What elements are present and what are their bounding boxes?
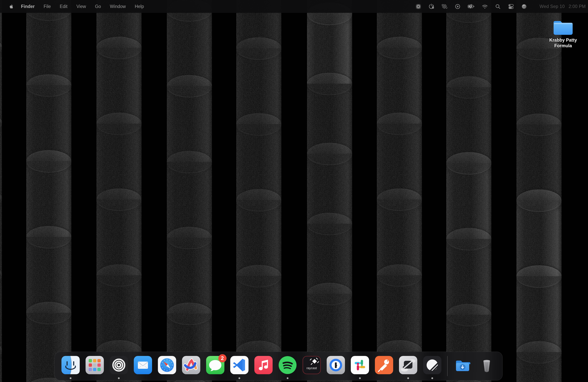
wallpaper-cylinder-column bbox=[446, 0, 491, 382]
vscode-app-icon bbox=[230, 356, 249, 374]
menu-bar: FinderFileEditViewGoWindowHelp Wed Sep 1… bbox=[0, 0, 588, 13]
dock-item-finder[interactable] bbox=[59, 352, 83, 380]
desktop-folder-label: Krabby Patty Formula bbox=[545, 37, 582, 49]
desktop-folder-krabby-patty-formula[interactable]: Krabby Patty Formula bbox=[544, 18, 583, 49]
wallpaper-cylinder-column bbox=[167, 0, 212, 382]
dock-item-trash[interactable] bbox=[475, 352, 499, 380]
finder-app-icon bbox=[62, 356, 80, 374]
striped-slash-menu-icon[interactable] bbox=[441, 3, 448, 9]
menu-window[interactable]: Window bbox=[110, 4, 126, 9]
slack-app-icon bbox=[351, 356, 369, 374]
messages-app-icon: 2 bbox=[206, 356, 224, 374]
wallpaper-cylinder-column bbox=[516, 0, 562, 382]
notification-badge: 2 bbox=[218, 354, 227, 362]
dock-item-onepassword[interactable] bbox=[324, 352, 348, 380]
menu-bar-status-area: Wed Sep 10 2:00 PM bbox=[415, 3, 586, 10]
now-playing-menu-icon[interactable] bbox=[455, 3, 461, 10]
running-indicator bbox=[431, 377, 433, 379]
dock-item-linear[interactable] bbox=[420, 352, 444, 380]
launchpad-app-icon bbox=[85, 356, 104, 374]
running-indicator bbox=[238, 377, 240, 379]
menu-help[interactable]: Help bbox=[135, 4, 144, 9]
dock-item-messages[interactable]: 2 bbox=[203, 352, 227, 380]
wallpaper-cylinder-column bbox=[96, 0, 142, 382]
clock-time: 2:00 PM bbox=[568, 4, 586, 9]
dock-item-downloads[interactable] bbox=[451, 352, 475, 380]
spotify-app-icon bbox=[278, 356, 297, 374]
dock-item-spotify[interactable] bbox=[275, 352, 300, 380]
dock-item-music[interactable] bbox=[252, 352, 275, 380]
wallpaper-cylinder-column bbox=[236, 0, 281, 382]
menu-finder[interactable]: Finder bbox=[21, 4, 35, 9]
running-indicator bbox=[118, 377, 120, 379]
dock-item-slack[interactable] bbox=[348, 352, 372, 380]
menu-bar-clock[interactable]: Wed Sep 10 2:00 PM bbox=[540, 4, 586, 9]
wifi-menu-icon[interactable] bbox=[482, 3, 488, 10]
desktop-wallpaper bbox=[0, 0, 588, 382]
menu-edit[interactable]: Edit bbox=[60, 4, 67, 9]
music-app-icon bbox=[254, 356, 273, 374]
dock-item-postman[interactable] bbox=[372, 352, 396, 380]
arc-app-icon bbox=[182, 356, 200, 374]
clock-date: Wed Sep 10 bbox=[540, 4, 565, 9]
wallpaper-cylinder-column bbox=[26, 0, 71, 382]
spotlight-search-menu-icon[interactable] bbox=[495, 3, 501, 10]
raycast-app-icon: raycast bbox=[303, 356, 321, 374]
dock-item-rewind[interactable] bbox=[107, 352, 131, 380]
power-lock-menu-icon[interactable] bbox=[428, 3, 434, 10]
wallpaper-cylinder-column bbox=[0, 0, 2, 382]
zed-app-icon bbox=[399, 356, 417, 374]
rewind-app-icon bbox=[110, 356, 128, 374]
dock-item-mail[interactable] bbox=[131, 352, 155, 380]
dock: 2raycast bbox=[54, 352, 503, 381]
menu-view[interactable]: View bbox=[76, 4, 86, 9]
desktop-screen: FinderFileEditViewGoWindowHelp Wed Sep 1… bbox=[0, 0, 588, 382]
menu-file[interactable]: File bbox=[43, 4, 51, 9]
starburst-menu-icon[interactable] bbox=[415, 3, 421, 10]
wallpaper-cylinder-column bbox=[377, 0, 422, 382]
dock-item-raycast[interactable]: raycast bbox=[300, 352, 324, 380]
safari-app-icon bbox=[158, 356, 176, 374]
mail-app-icon bbox=[134, 356, 152, 374]
trash-app-icon bbox=[478, 356, 496, 374]
postman-app-icon bbox=[375, 356, 393, 374]
running-indicator bbox=[70, 377, 71, 379]
dock-item-safari[interactable] bbox=[155, 352, 179, 380]
svg-text:raycast: raycast bbox=[306, 366, 317, 370]
dock-item-zed[interactable] bbox=[396, 352, 420, 380]
apple-menu-icon[interactable] bbox=[9, 4, 13, 9]
dock-item-launchpad[interactable] bbox=[83, 352, 107, 380]
running-indicator bbox=[407, 377, 409, 379]
menu-list: FinderFileEditViewGoWindowHelp bbox=[21, 4, 144, 9]
dock-item-vscode[interactable] bbox=[227, 352, 252, 380]
wallpaper-cylinder-column bbox=[307, 0, 352, 382]
running-indicator bbox=[287, 377, 288, 379]
dock-divider bbox=[447, 356, 448, 376]
control-center-menu-icon[interactable] bbox=[508, 3, 514, 10]
downloads-app-icon bbox=[453, 356, 472, 374]
dock-item-arc[interactable] bbox=[179, 352, 203, 380]
onepassword-app-icon bbox=[327, 356, 345, 374]
globe-sphere-menu-icon[interactable] bbox=[521, 3, 527, 10]
menu-go[interactable]: Go bbox=[95, 4, 101, 9]
linear-app-icon bbox=[423, 356, 441, 374]
running-indicator bbox=[359, 377, 361, 379]
blue-folder-icon bbox=[552, 18, 575, 36]
battery-charging-menu-icon[interactable] bbox=[468, 3, 475, 9]
